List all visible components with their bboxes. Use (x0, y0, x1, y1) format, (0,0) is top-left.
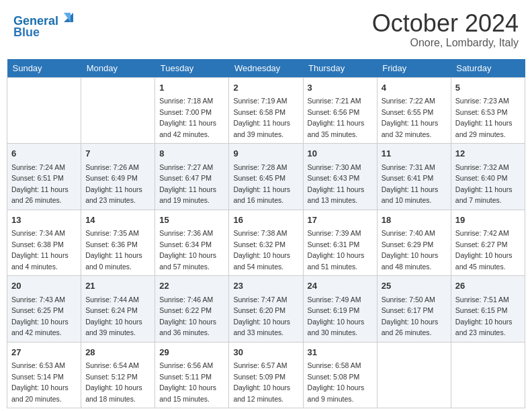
table-row: 19 Sunrise: 7:42 AMSunset: 6:27 PMDaylig… (451, 210, 525, 276)
day-number: 1 (159, 81, 224, 95)
table-row (7, 77, 81, 144)
day-number: 3 (308, 81, 373, 95)
day-number: 13 (11, 214, 77, 227)
table-row: 5 Sunrise: 7:23 AMSunset: 6:53 PMDayligh… (451, 77, 525, 144)
cell-info: Sunrise: 7:51 AMSunset: 6:15 PMDaylight:… (455, 295, 513, 337)
day-number: 24 (308, 279, 373, 293)
cell-info: Sunrise: 7:46 AMSunset: 6:22 PMDaylight:… (159, 295, 216, 337)
calendar-table: Sunday Monday Tuesday Wednesday Thursday… (7, 59, 525, 409)
day-number: 4 (382, 81, 447, 95)
month-title: October 2024 (372, 10, 519, 37)
cell-info: Sunrise: 6:57 AMSunset: 5:09 PMDaylight:… (233, 361, 290, 403)
cell-info: Sunrise: 6:58 AMSunset: 5:08 PMDaylight:… (308, 361, 365, 403)
title-block: October 2024 Onore, Lombardy, Italy (372, 10, 519, 49)
day-number: 7 (85, 147, 150, 161)
table-row: 3 Sunrise: 7:21 AMSunset: 6:56 PMDayligh… (303, 77, 377, 144)
cell-info: Sunrise: 7:26 AMSunset: 6:49 PMDaylight:… (85, 163, 142, 205)
calendar-week-row: 27 Sunrise: 6:53 AMSunset: 5:14 PMDaylig… (7, 342, 525, 408)
logo: General Blue (13, 10, 75, 40)
cell-info: Sunrise: 7:23 AMSunset: 6:53 PMDaylight:… (455, 97, 513, 138)
calendar-week-row: 6 Sunrise: 7:24 AMSunset: 6:51 PMDayligh… (7, 144, 525, 210)
table-row: 1 Sunrise: 7:18 AMSunset: 7:00 PMDayligh… (155, 77, 229, 144)
day-number: 9 (233, 147, 298, 161)
cell-info: Sunrise: 7:24 AMSunset: 6:51 PMDaylight:… (11, 163, 69, 205)
day-number: 22 (159, 279, 224, 293)
cell-info: Sunrise: 7:36 AMSunset: 6:34 PMDaylight:… (159, 229, 216, 271)
table-row: 12 Sunrise: 7:32 AMSunset: 6:40 PMDaylig… (451, 144, 525, 210)
day-number: 11 (382, 147, 447, 161)
table-row (377, 342, 451, 408)
calendar-week-row: 13 Sunrise: 7:34 AMSunset: 6:38 PMDaylig… (7, 210, 525, 276)
table-row (81, 77, 155, 144)
cell-info: Sunrise: 7:32 AMSunset: 6:40 PMDaylight:… (455, 163, 513, 205)
table-row: 30 Sunrise: 6:57 AMSunset: 5:09 PMDaylig… (229, 342, 303, 408)
cell-info: Sunrise: 7:30 AMSunset: 6:43 PMDaylight:… (308, 163, 365, 205)
day-number: 14 (85, 214, 150, 227)
col-wednesday: Wednesday (229, 59, 303, 78)
calendar-week-row: 20 Sunrise: 7:43 AMSunset: 6:25 PMDaylig… (7, 276, 525, 342)
cell-info: Sunrise: 7:40 AMSunset: 6:29 PMDaylight:… (382, 229, 439, 271)
day-number: 19 (455, 214, 521, 227)
day-number: 18 (382, 214, 447, 227)
day-number: 2 (233, 81, 298, 95)
table-row: 23 Sunrise: 7:47 AMSunset: 6:20 PMDaylig… (229, 276, 303, 342)
cell-info: Sunrise: 7:22 AMSunset: 6:55 PMDaylight:… (382, 97, 439, 138)
location-title: Onore, Lombardy, Italy (372, 37, 519, 49)
cell-info: Sunrise: 6:56 AMSunset: 5:11 PMDaylight:… (159, 361, 216, 403)
calendar-week-row: 1 Sunrise: 7:18 AMSunset: 7:00 PMDayligh… (7, 77, 525, 144)
table-row: 15 Sunrise: 7:36 AMSunset: 6:34 PMDaylig… (155, 210, 229, 276)
table-row: 29 Sunrise: 6:56 AMSunset: 5:11 PMDaylig… (155, 342, 229, 408)
table-row: 2 Sunrise: 7:19 AMSunset: 6:58 PMDayligh… (229, 77, 303, 144)
cell-info: Sunrise: 7:19 AMSunset: 6:58 PMDaylight:… (233, 97, 290, 138)
table-row: 13 Sunrise: 7:34 AMSunset: 6:38 PMDaylig… (7, 210, 81, 276)
day-number: 21 (85, 279, 150, 293)
table-row: 28 Sunrise: 6:54 AMSunset: 5:12 PMDaylig… (81, 342, 155, 408)
cell-info: Sunrise: 7:31 AMSunset: 6:41 PMDaylight:… (382, 163, 439, 205)
col-saturday: Saturday (451, 59, 525, 78)
cell-info: Sunrise: 7:38 AMSunset: 6:32 PMDaylight:… (233, 229, 290, 271)
table-row: 10 Sunrise: 7:30 AMSunset: 6:43 PMDaylig… (303, 144, 377, 210)
day-number: 25 (382, 279, 447, 293)
cell-info: Sunrise: 7:47 AMSunset: 6:20 PMDaylight:… (233, 295, 290, 337)
cell-info: Sunrise: 6:53 AMSunset: 5:14 PMDaylight:… (11, 361, 69, 403)
table-row: 26 Sunrise: 7:51 AMSunset: 6:15 PMDaylig… (451, 276, 525, 342)
calendar-header-row: Sunday Monday Tuesday Wednesday Thursday… (7, 59, 525, 78)
table-row: 18 Sunrise: 7:40 AMSunset: 6:29 PMDaylig… (377, 210, 451, 276)
day-number: 8 (159, 147, 224, 161)
cell-info: Sunrise: 7:34 AMSunset: 6:38 PMDaylight:… (11, 229, 69, 271)
day-number: 6 (11, 147, 77, 161)
table-row: 9 Sunrise: 7:28 AMSunset: 6:45 PMDayligh… (229, 144, 303, 210)
cell-info: Sunrise: 7:39 AMSunset: 6:31 PMDaylight:… (308, 229, 365, 271)
day-number: 12 (455, 147, 521, 161)
table-row: 22 Sunrise: 7:46 AMSunset: 6:22 PMDaylig… (155, 276, 229, 342)
cell-info: Sunrise: 7:50 AMSunset: 6:17 PMDaylight:… (382, 295, 439, 337)
col-thursday: Thursday (303, 59, 377, 78)
cell-info: Sunrise: 7:27 AMSunset: 6:47 PMDaylight:… (159, 163, 216, 205)
day-number: 29 (159, 346, 224, 359)
day-number: 17 (308, 214, 373, 227)
table-row (451, 342, 525, 408)
cell-info: Sunrise: 7:44 AMSunset: 6:24 PMDaylight:… (85, 295, 142, 337)
logo-icon (62, 10, 75, 25)
col-tuesday: Tuesday (155, 59, 229, 78)
col-friday: Friday (377, 59, 451, 78)
cell-info: Sunrise: 7:42 AMSunset: 6:27 PMDaylight:… (455, 229, 513, 271)
cell-info: Sunrise: 7:28 AMSunset: 6:45 PMDaylight:… (233, 163, 290, 205)
table-row: 11 Sunrise: 7:31 AMSunset: 6:41 PMDaylig… (377, 144, 451, 210)
table-row: 25 Sunrise: 7:50 AMSunset: 6:17 PMDaylig… (377, 276, 451, 342)
col-sunday: Sunday (7, 59, 81, 78)
day-number: 10 (308, 147, 373, 161)
cell-info: Sunrise: 7:21 AMSunset: 6:56 PMDaylight:… (308, 97, 365, 138)
day-number: 26 (455, 279, 521, 293)
table-row: 7 Sunrise: 7:26 AMSunset: 6:49 PMDayligh… (81, 144, 155, 210)
day-number: 23 (233, 279, 298, 293)
cell-info: Sunrise: 7:18 AMSunset: 7:00 PMDaylight:… (159, 97, 216, 138)
table-row: 20 Sunrise: 7:43 AMSunset: 6:25 PMDaylig… (7, 276, 81, 342)
table-row: 17 Sunrise: 7:39 AMSunset: 6:31 PMDaylig… (303, 210, 377, 276)
day-number: 28 (85, 346, 150, 359)
cell-info: Sunrise: 6:54 AMSunset: 5:12 PMDaylight:… (85, 361, 142, 403)
table-row: 8 Sunrise: 7:27 AMSunset: 6:47 PMDayligh… (155, 144, 229, 210)
table-row: 24 Sunrise: 7:49 AMSunset: 6:19 PMDaylig… (303, 276, 377, 342)
day-number: 20 (11, 279, 77, 293)
day-number: 31 (308, 346, 373, 359)
